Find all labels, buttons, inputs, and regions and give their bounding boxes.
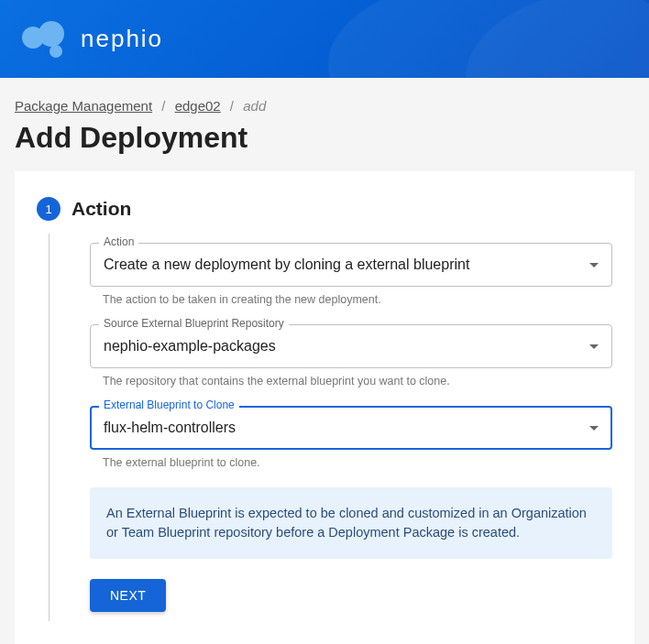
action-field: Action Create a new deployment by clonin… (90, 243, 612, 287)
source-repo-value: nephio-example-packages (104, 338, 276, 355)
action-helper: The action to be taken in creating the n… (103, 293, 612, 306)
blueprint-helper: The external blueprint to clone. (103, 456, 612, 469)
blueprint-label: External Blueprint to Clone (99, 398, 239, 411)
page-title: Add Deployment (15, 121, 634, 155)
breadcrumb: Package Management / edge02 / add (15, 98, 634, 114)
blueprint-select[interactable]: flux-helm-controllers (90, 406, 612, 450)
brand-logo: nephio (18, 21, 163, 58)
info-message: An External Blueprint is expected to be … (90, 487, 612, 559)
action-select[interactable]: Create a new deployment by cloning a ext… (90, 243, 612, 287)
step-title: Action (72, 198, 131, 220)
next-button[interactable]: NEXT (90, 579, 166, 612)
breadcrumb-separator: / (161, 98, 165, 114)
breadcrumb-separator: / (230, 98, 234, 114)
source-repo-label: Source External Blueprint Repository (99, 317, 289, 330)
breadcrumb-current: add (243, 98, 266, 114)
source-repo-helper: The repository that contains the externa… (103, 375, 612, 387)
source-repo-select[interactable]: nephio-example-packages (90, 324, 612, 368)
step-body: Action Create a new deployment by clonin… (49, 234, 612, 621)
step-number-badge: 1 (37, 197, 60, 221)
form-card: 1 Action Action Create a new deployment … (15, 171, 634, 644)
blueprint-value: flux-helm-controllers (104, 420, 236, 436)
brand-name: nephio (81, 25, 163, 53)
chevron-down-icon (589, 344, 599, 349)
breadcrumb-link-package-management[interactable]: Package Management (15, 98, 152, 114)
action-label: Action (99, 235, 138, 248)
logo-mark-icon (18, 21, 73, 58)
breadcrumb-link-edge02[interactable]: edge02 (175, 98, 221, 114)
chevron-down-icon (589, 263, 599, 267)
chevron-down-icon (589, 426, 599, 431)
source-repo-field: Source External Blueprint Repository nep… (90, 324, 612, 368)
blueprint-field: External Blueprint to Clone flux-helm-co… (90, 406, 612, 450)
app-header: nephio (0, 0, 649, 78)
action-value: Create a new deployment by cloning a ext… (104, 257, 469, 273)
step-header: 1 Action (37, 197, 612, 221)
